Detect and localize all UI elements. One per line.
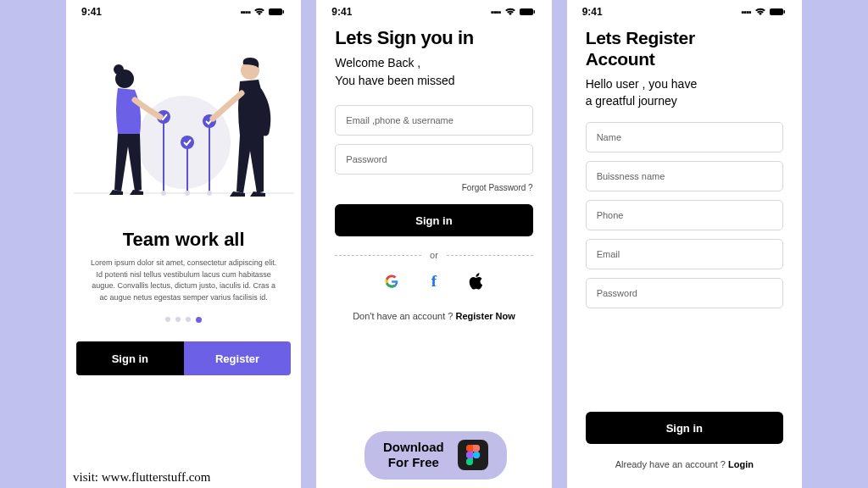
register-sub-line2: a greatful journey — [586, 94, 677, 108]
svg-rect-16 — [520, 8, 533, 15]
svg-point-11 — [185, 191, 190, 196]
signin-sub-line2: You have been missed — [335, 74, 454, 87]
svg-point-10 — [161, 191, 166, 196]
phone-input[interactable]: Phone — [586, 200, 783, 230]
social-buttons: f — [335, 272, 532, 291]
status-time: 9:41 — [582, 6, 603, 18]
svg-point-26 — [473, 452, 480, 458]
figma-icon — [458, 440, 488, 470]
register-submit-button[interactable]: Sign in — [586, 412, 783, 444]
signal-icon: ▪▪▪▪ — [741, 7, 751, 17]
dot[interactable] — [175, 317, 181, 322]
name-input[interactable]: Name — [586, 122, 783, 152]
status-bar: 9:41 ▪▪▪▪ — [316, 0, 551, 24]
password-input[interactable]: Password — [335, 144, 532, 175]
svg-rect-19 — [783, 10, 785, 14]
login-prompt-text: Already have an account ? — [615, 459, 728, 469]
wifi-icon — [754, 6, 766, 19]
forgot-password-link[interactable]: Forgot Password ? — [335, 183, 532, 192]
register-button[interactable]: Register — [184, 341, 292, 375]
google-icon[interactable] — [382, 272, 401, 291]
status-time: 9:41 — [81, 6, 102, 18]
download-text: Download For Free — [383, 440, 444, 472]
register-prompt-text: Don't have an account ? — [353, 311, 455, 321]
business-name-input[interactable]: Buissness name — [586, 161, 783, 191]
phone-register: 9:41 ▪▪▪▪ Lets Register Account Hello us… — [567, 0, 802, 488]
svg-rect-17 — [533, 10, 535, 14]
register-title-line1: Lets Register — [586, 28, 695, 47]
svg-rect-1 — [283, 10, 285, 14]
svg-point-14 — [114, 64, 124, 75]
svg-rect-0 — [269, 8, 282, 15]
download-button[interactable]: Download For Free — [364, 431, 507, 480]
onboard-title: Team work all — [66, 229, 301, 251]
phone-onboarding: 9:41 ▪▪▪▪ — [66, 0, 301, 488]
svg-point-12 — [207, 191, 212, 196]
download-line2: For Free — [388, 455, 439, 469]
login-link[interactable]: Login — [728, 459, 754, 469]
svg-rect-18 — [770, 8, 783, 15]
facebook-icon[interactable]: f — [425, 272, 443, 291]
status-icons: ▪▪▪▪ — [491, 6, 537, 19]
visit-text: visit: www.flutterstuff.com — [73, 470, 210, 485]
signin-subtitle: Welcome Back , You have been missed — [335, 54, 532, 90]
register-sub-line1: Hello user , you have — [586, 77, 698, 91]
onboard-desc: Lorem ipsum dolor sit amet, consectetur … — [66, 258, 301, 303]
register-subtitle: Hello user , you have a greatful journey — [586, 76, 783, 109]
signal-icon: ▪▪▪▪ — [241, 7, 251, 17]
password-input[interactable]: Password — [586, 278, 783, 308]
battery-icon — [770, 6, 787, 19]
register-title: Lets Register Account — [586, 27, 783, 69]
email-input[interactable]: Email — [586, 239, 783, 269]
apple-icon[interactable] — [467, 272, 486, 291]
signin-sub-line1: Welcome Back , — [335, 56, 420, 69]
register-prompt: Don't have an account ? Register Now — [335, 311, 532, 321]
status-icons: ▪▪▪▪ — [741, 6, 787, 19]
dot[interactable] — [186, 317, 191, 322]
phone-signin: 9:41 ▪▪▪▪ Lets Sign you in Welcome Back … — [316, 0, 551, 488]
register-now-link[interactable]: Register Now — [456, 311, 515, 321]
signal-icon: ▪▪▪▪ — [491, 7, 501, 17]
onboard-illustration — [66, 24, 301, 219]
signin-button[interactable]: Sign in — [76, 341, 184, 375]
status-bar: 9:41 ▪▪▪▪ — [567, 0, 802, 24]
wifi-icon — [504, 6, 516, 19]
dot[interactable] — [165, 317, 170, 322]
signin-title: Lets Sign you in — [335, 27, 532, 49]
or-divider: or — [335, 250, 532, 260]
download-line1: Download — [383, 440, 444, 454]
onboard-buttons: Sign in Register — [76, 341, 291, 375]
page-dots — [66, 317, 301, 323]
register-title-line2: Account — [586, 49, 655, 69]
status-bar: 9:41 ▪▪▪▪ — [66, 0, 301, 24]
wifi-icon — [253, 6, 265, 19]
status-time: 9:41 — [331, 6, 352, 18]
dot-active[interactable] — [196, 317, 202, 323]
battery-icon — [520, 6, 537, 19]
svg-point-7 — [181, 136, 194, 149]
login-prompt: Already have an account ? Login — [586, 459, 783, 469]
battery-icon — [269, 6, 286, 19]
username-input[interactable]: Email ,phone & username — [335, 105, 532, 136]
signin-submit-button[interactable]: Sign in — [335, 204, 532, 236]
or-text: or — [430, 250, 438, 260]
status-icons: ▪▪▪▪ — [241, 6, 287, 19]
